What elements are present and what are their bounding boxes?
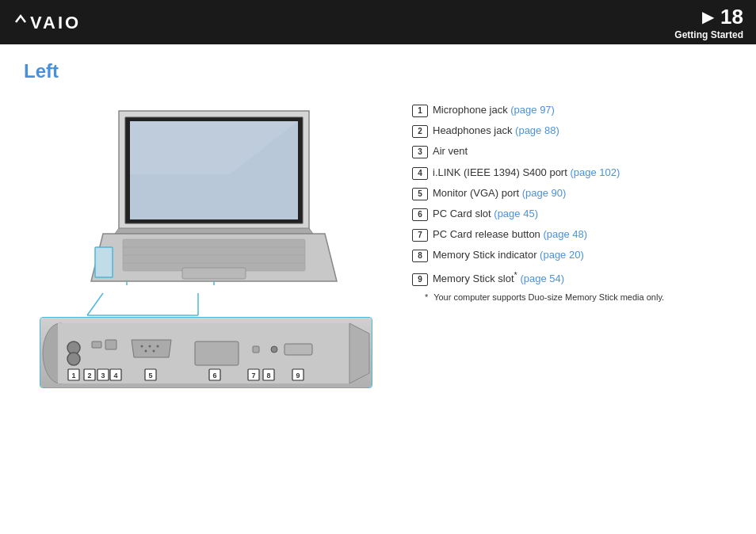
footnote: * Your computer supports Duo-size Memory… bbox=[412, 292, 732, 302]
section-label: Getting Started bbox=[674, 29, 743, 40]
item-row-1: 1 Microphone jack (page 97) bbox=[412, 103, 732, 117]
diagram-area: 1 2 3 4 5 bbox=[24, 95, 388, 388]
superscript-star: * bbox=[514, 270, 517, 280]
svg-point-20 bbox=[157, 345, 159, 348]
item-row-8: 8 Memory Stick indicator (page 20) bbox=[412, 248, 732, 262]
item-num-5: 5 bbox=[412, 188, 428, 200]
item-text-8: Memory Stick indicator (page 20) bbox=[433, 248, 584, 262]
item-link-5[interactable]: (page 90) bbox=[522, 187, 567, 199]
page-number: 18 bbox=[720, 5, 743, 29]
item-num-1: 1 bbox=[412, 105, 428, 117]
item-link-7[interactable]: (page 48) bbox=[543, 228, 587, 240]
svg-text:1: 1 bbox=[71, 372, 75, 380]
item-text-4: i.LINK (IEEE 1394) S400 port (page 102) bbox=[433, 166, 620, 180]
item-num-2: 2 bbox=[412, 125, 428, 138]
vaio-logo-svg: VAIO bbox=[13, 8, 84, 36]
items-panel: 1 Microphone jack (page 97) 2 Headphones… bbox=[412, 95, 732, 388]
item-text-9: Memory Stick slot* (page 54) bbox=[433, 269, 564, 287]
svg-text:4: 4 bbox=[113, 372, 117, 380]
svg-point-15 bbox=[67, 353, 80, 365]
page-title: Left bbox=[24, 60, 732, 82]
item-row-7: 7 PC Card release button (page 48) bbox=[412, 227, 732, 242]
svg-text:7: 7 bbox=[251, 372, 255, 380]
svg-point-19 bbox=[149, 345, 151, 348]
svg-rect-6 bbox=[95, 247, 113, 277]
strip-inner: 1 2 3 4 5 bbox=[40, 318, 372, 387]
item-link-6[interactable]: (page 45) bbox=[494, 208, 538, 219]
svg-text:5: 5 bbox=[148, 372, 152, 380]
item-text-6: PC Card slot (page 45) bbox=[433, 207, 538, 221]
svg-rect-24 bbox=[253, 346, 259, 353]
header-right: ▶ 18 Getting Started bbox=[674, 5, 743, 40]
item-num-6: 6 bbox=[412, 208, 428, 221]
svg-point-25 bbox=[271, 346, 277, 353]
svg-point-18 bbox=[141, 345, 143, 348]
item-num-3: 3 bbox=[412, 146, 428, 158]
item-row-5: 5 Monitor (VGA) port (page 90) bbox=[412, 186, 732, 200]
item-row-2: 2 Headphones jack (page 88) bbox=[412, 124, 732, 138]
connector-svg bbox=[40, 293, 372, 317]
svg-text:9: 9 bbox=[296, 372, 300, 380]
item-row-6: 6 PC Card slot (page 45) bbox=[412, 207, 732, 221]
svg-rect-16 bbox=[92, 341, 101, 348]
main-content: Left bbox=[0, 44, 756, 404]
item-text-3: Air vent bbox=[433, 144, 468, 158]
item-text-7: PC Card release button (page 48) bbox=[433, 227, 587, 242]
item-text-5: Monitor (VGA) port (page 90) bbox=[433, 186, 566, 200]
item-num-8: 8 bbox=[412, 250, 428, 262]
item-row-9: 9 Memory Stick slot* (page 54) bbox=[412, 269, 732, 287]
svg-text:VAIO: VAIO bbox=[30, 13, 81, 32]
strip-svg: 1 2 3 4 5 bbox=[40, 318, 372, 388]
svg-rect-5 bbox=[182, 268, 246, 279]
item-num-7: 7 bbox=[412, 229, 428, 242]
svg-point-22 bbox=[153, 350, 155, 353]
item-num-9: 9 bbox=[412, 273, 428, 286]
svg-rect-17 bbox=[105, 340, 116, 349]
item-link-9[interactable]: (page 54) bbox=[520, 273, 564, 284]
item-link-4[interactable]: (page 102) bbox=[570, 166, 620, 178]
svg-point-21 bbox=[145, 350, 147, 353]
main-body: 1 2 3 4 5 bbox=[24, 95, 732, 388]
footnote-star: * bbox=[425, 292, 428, 302]
header: VAIO ▶ 18 Getting Started bbox=[0, 0, 756, 44]
item-link-2[interactable]: (page 88) bbox=[515, 124, 559, 136]
svg-text:3: 3 bbox=[101, 372, 105, 380]
item-link-8[interactable]: (page 20) bbox=[540, 249, 584, 261]
svg-rect-26 bbox=[284, 344, 312, 355]
item-text-2: Headphones jack (page 88) bbox=[433, 124, 559, 138]
svg-rect-23 bbox=[195, 341, 239, 365]
bottom-strip-diagram: 1 2 3 4 5 bbox=[40, 317, 372, 388]
laptop-illustration bbox=[55, 95, 357, 285]
footnote-text: Your computer supports Duo-size Memory S… bbox=[433, 292, 664, 302]
svg-line-9 bbox=[87, 293, 103, 315]
item-row-3: 3 Air vent bbox=[412, 144, 732, 158]
item-text-1: Microphone jack (page 97) bbox=[433, 103, 555, 117]
item-num-4: 4 bbox=[412, 167, 428, 180]
item-row-4: 4 i.LINK (IEEE 1394) S400 port (page 102… bbox=[412, 166, 732, 180]
item-link-1[interactable]: (page 97) bbox=[510, 104, 555, 116]
svg-text:2: 2 bbox=[87, 372, 91, 380]
svg-text:8: 8 bbox=[266, 372, 270, 380]
vaio-logo: VAIO bbox=[13, 8, 87, 36]
svg-text:6: 6 bbox=[212, 372, 216, 380]
laptop-diagram bbox=[55, 95, 357, 285]
header-arrow: ▶ bbox=[702, 7, 714, 26]
